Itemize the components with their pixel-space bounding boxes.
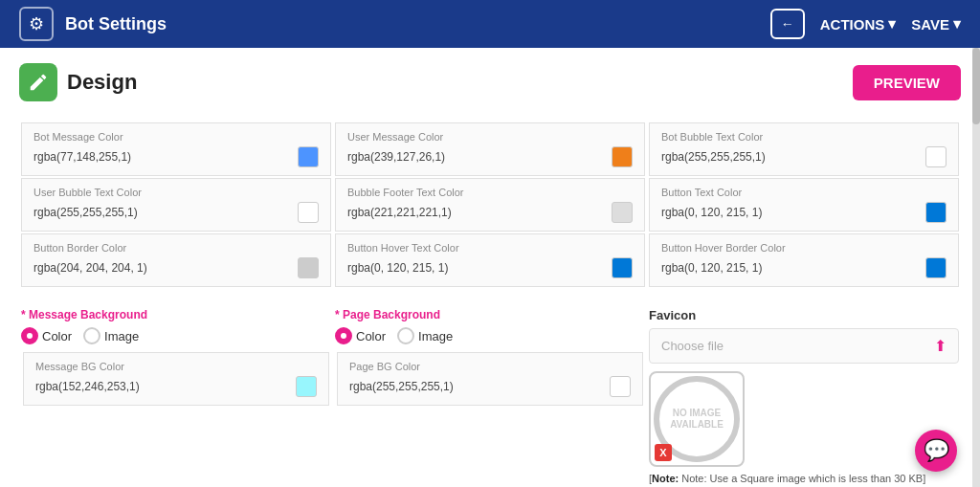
button-text-color-row: Button Text Color rgba(0, 120, 215, 1) (649, 178, 959, 232)
top-bar-left: ⚙ Bot Settings (19, 7, 167, 41)
top-bar: ⚙ Bot Settings ← ACTIONS ▾ SAVE ▾ (0, 0, 980, 48)
design-icon (19, 63, 57, 101)
chat-bubble-button[interactable]: 💬 (915, 430, 957, 472)
no-image-text: NO IMAGE AVAILABLE (659, 408, 734, 431)
message-bg-title: * Message Background (21, 308, 331, 321)
page-image-radio[interactable] (397, 327, 414, 344)
message-bg-color-swatch[interactable] (296, 376, 317, 397)
bg-section: * Message Background Color Image Message… (19, 304, 961, 487)
actions-button[interactable]: ACTIONS ▾ (820, 15, 897, 33)
main-content: Design PREVIEW Bot Message Color rgba(77… (0, 48, 980, 487)
user-bubble-text-color-swatch[interactable] (298, 202, 319, 223)
color-settings-grid: Bot Message Color rgba(77,148,255,1) Use… (19, 121, 961, 289)
favicon-title: Favicon (649, 308, 959, 322)
scrollbar-thumb[interactable] (972, 48, 980, 124)
button-border-color-swatch[interactable] (298, 257, 319, 278)
favicon-note: [Note: Note: Use a Square image which is… (649, 473, 959, 484)
message-bg-radio-group: Color Image (21, 327, 331, 344)
page-bg-col: * Page Background Color Image Page BG Co… (333, 304, 647, 487)
back-button[interactable]: ← (770, 9, 805, 39)
design-header-left: Design (19, 63, 137, 101)
upload-icon: ⬆ (934, 337, 947, 355)
favicon-section: Favicon Choose file ⬆ NO IMAGE AVAILABLE… (647, 304, 961, 487)
bot-bubble-text-color-swatch[interactable] (925, 146, 947, 167)
design-header: Design PREVIEW (19, 63, 961, 101)
top-bar-right: ← ACTIONS ▾ SAVE ▾ (770, 9, 961, 39)
choose-file-button[interactable]: Choose file ⬆ (649, 328, 959, 364)
bubble-footer-text-color-row: Bubble Footer Text Color rgba(221,221,22… (335, 178, 645, 232)
col1-rows: Bot Message Color rgba(77,148,255,1) Use… (19, 121, 333, 289)
message-bg-col: * Message Background Color Image Message… (19, 304, 333, 487)
button-hover-text-color-row: Button Hover Text Color rgba(0, 120, 215… (335, 233, 645, 287)
page-bg-color-radio[interactable]: Color (335, 327, 386, 344)
message-bg-color-radio[interactable]: Color (21, 327, 72, 344)
page-bg-title: * Page Background (335, 308, 645, 321)
page-title: Bot Settings (65, 14, 167, 34)
button-hover-border-color-swatch[interactable] (925, 257, 947, 278)
preview-button[interactable]: PREVIEW (853, 65, 961, 100)
page-bg-color-row: Page BG Color rgba(255,255,255,1) (337, 352, 643, 406)
delete-badge[interactable]: X (655, 444, 672, 461)
user-message-color-swatch[interactable] (612, 146, 633, 167)
page-bg-image-radio[interactable]: Image (397, 327, 453, 344)
col2-rows: User Message Color rgba(239,127,26,1) Bu… (333, 121, 647, 289)
page-color-radio-selected[interactable] (335, 327, 352, 344)
button-border-color-row: Button Border Color rgba(204, 204, 204, … (21, 233, 331, 287)
bubble-footer-text-color-swatch[interactable] (612, 202, 633, 223)
no-image-box: NO IMAGE AVAILABLE X (649, 371, 745, 467)
bot-message-color-swatch[interactable] (298, 146, 319, 167)
favicon-preview-wrap: NO IMAGE AVAILABLE X (649, 371, 745, 467)
user-message-color-row: User Message Color rgba(239,127,26,1) (335, 122, 645, 176)
user-bubble-text-color-row: User Bubble Text Color rgba(255,255,255,… (21, 178, 331, 232)
bot-bubble-text-color-row: Bot Bubble Text Color rgba(255,255,255,1… (649, 122, 959, 176)
button-hover-border-color-row: Button Hover Border Color rgba(0, 120, 2… (649, 233, 959, 287)
button-text-color-swatch[interactable] (925, 202, 947, 223)
design-title: Design (67, 70, 137, 95)
color-radio-selected[interactable] (21, 327, 38, 344)
page-bg-radio-group: Color Image (335, 327, 645, 344)
image-radio[interactable] (83, 327, 100, 344)
message-bg-color-row: Message BG Color rgba(152,246,253,1) (23, 352, 329, 406)
bot-message-color-row: Bot Message Color rgba(77,148,255,1) (21, 122, 331, 176)
col3-rows: Bot Bubble Text Color rgba(255,255,255,1… (647, 121, 961, 289)
gear-icon: ⚙ (19, 7, 54, 41)
page-bg-color-swatch[interactable] (610, 376, 631, 397)
button-hover-text-color-swatch[interactable] (612, 257, 633, 278)
save-button[interactable]: SAVE ▾ (911, 15, 961, 33)
message-bg-image-radio[interactable]: Image (83, 327, 139, 344)
scrollbar[interactable] (972, 48, 980, 487)
